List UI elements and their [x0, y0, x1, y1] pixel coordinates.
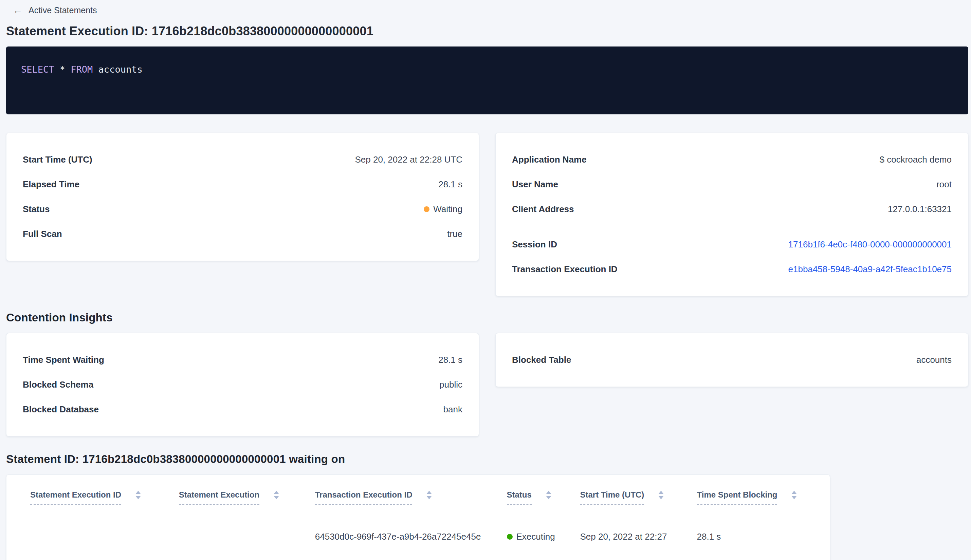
info-row-start-time: Start Time (UTC) Sep 20, 2022 at 22:28 U… — [23, 147, 462, 172]
info-value: 28.1 s — [438, 355, 462, 365]
info-label: Time Spent Waiting — [23, 355, 104, 365]
info-value: Sep 20, 2022 at 22:28 UTC — [355, 155, 462, 165]
column-header-statement-execution[interactable]: Statement Execution — [179, 490, 315, 505]
info-value: true — [447, 229, 462, 239]
sql-text: accounts — [93, 64, 142, 75]
info-value: accounts — [916, 355, 952, 365]
table-row: 64530d0c-969f-437e-a9b4-26a72245e45e Exe… — [15, 513, 821, 560]
sql-keyword: FROM — [71, 64, 93, 75]
info-row-elapsed-time: Elapsed Time 28.1 s — [23, 172, 462, 197]
info-row-time-spent-waiting: Time Spent Waiting 28.1 s — [23, 348, 462, 372]
sql-statement-box: SELECT * FROM accounts — [6, 47, 968, 114]
info-row-blocked-table: Blocked Table accounts — [512, 348, 952, 372]
info-label: Session ID — [512, 239, 557, 250]
status-text: Waiting — [433, 204, 462, 215]
sql-keyword: SELECT — [21, 64, 54, 75]
page-title: Statement Execution ID: 1716b218dc0b3838… — [6, 24, 968, 38]
back-link-label: Active Statements — [28, 5, 97, 15]
contention-insights-heading: Contention Insights — [6, 311, 968, 324]
contention-cards-row: Time Spent Waiting 28.1 s Blocked Schema… — [6, 333, 968, 437]
cell-transaction-execution-id: 64530d0c-969f-437e-a9b4-26a72245e45e — [315, 532, 507, 542]
arrow-left-icon: ← — [13, 6, 22, 15]
waiting-on-table-card: Statement Execution ID Statement Executi… — [6, 475, 830, 560]
info-label: Client Address — [512, 204, 574, 215]
column-header-label: Statement Execution ID — [30, 490, 121, 505]
sort-icon — [658, 491, 664, 499]
execution-details-card: Start Time (UTC) Sep 20, 2022 at 22:28 U… — [6, 133, 479, 261]
info-value: root — [936, 179, 952, 190]
info-value: $ cockroach demo — [880, 155, 952, 165]
info-row-application-name: Application Name $ cockroach demo — [512, 147, 952, 172]
info-row-client-address: Client Address 127.0.0.1:63321 — [512, 197, 952, 222]
statement-execution-details-page: ← Active Statements Statement Execution … — [0, 0, 971, 560]
info-label: Application Name — [512, 155, 587, 165]
column-header-start-time[interactable]: Start Time (UTC) — [580, 490, 697, 505]
session-details-card: Application Name $ cockroach demo User N… — [496, 133, 968, 296]
back-to-active-statements-link[interactable]: ← Active Statements — [13, 5, 97, 15]
sort-icon — [426, 491, 432, 499]
info-label: User Name — [512, 179, 558, 190]
column-header-label: Transaction Execution ID — [315, 490, 412, 505]
table-header-row: Statement Execution ID Statement Executi… — [15, 490, 821, 513]
info-row-user-name: User Name root — [512, 172, 952, 197]
transaction-execution-id-link[interactable]: e1bba458-5948-40a9-a42f-5feac1b10e75 — [788, 264, 952, 275]
info-row-status: Status Waiting — [23, 197, 462, 222]
column-header-transaction-execution-id[interactable]: Transaction Execution ID — [315, 490, 507, 505]
info-label: Blocked Schema — [23, 380, 93, 390]
column-header-time-spent-blocking[interactable]: Time Spent Blocking — [697, 490, 821, 505]
info-label: Full Scan — [23, 229, 62, 239]
sort-icon — [546, 491, 551, 499]
waiting-on-heading: Statement ID: 1716b218dc0b38380000000000… — [6, 453, 968, 466]
info-value: bank — [444, 404, 462, 415]
column-header-status[interactable]: Status — [507, 490, 580, 505]
column-header-label: Time Spent Blocking — [697, 490, 777, 505]
info-label: Transaction Execution ID — [512, 264, 617, 275]
info-label: Blocked Database — [23, 404, 99, 415]
sql-statement: SELECT * FROM accounts — [21, 64, 953, 75]
info-row-full-scan: Full Scan true — [23, 222, 462, 247]
info-value: 127.0.0.1:63321 — [888, 204, 952, 215]
status-dot-waiting-icon — [424, 207, 429, 212]
session-id-link[interactable]: 1716b1f6-4e0c-f480-0000-000000000001 — [788, 239, 952, 250]
sort-icon — [135, 491, 141, 499]
info-row-blocked-database: Blocked Database bank — [23, 397, 462, 422]
info-value: 28.1 s — [438, 179, 462, 190]
sql-text: * — [54, 64, 71, 75]
status-badge: Executing — [507, 532, 555, 542]
column-header-statement-execution-id[interactable]: Statement Execution ID — [15, 490, 179, 505]
info-label: Blocked Table — [512, 355, 571, 365]
status-text: Executing — [516, 532, 555, 542]
sort-icon — [791, 491, 797, 499]
info-value: public — [439, 380, 462, 390]
cell-time-spent-blocking: 28.1 s — [697, 532, 821, 542]
info-row-transaction-execution-id: Transaction Execution ID e1bba458-5948-4… — [512, 257, 952, 282]
column-header-label: Start Time (UTC) — [580, 490, 644, 505]
details-cards-row: Start Time (UTC) Sep 20, 2022 at 22:28 U… — [6, 133, 968, 296]
blocked-table-card: Blocked Table accounts — [496, 333, 968, 387]
info-label: Status — [23, 204, 50, 215]
info-label: Elapsed Time — [23, 179, 80, 190]
cell-start-time: Sep 20, 2022 at 22:27 — [580, 532, 697, 542]
info-row-blocked-schema: Blocked Schema public — [23, 372, 462, 397]
column-header-label: Status — [507, 490, 532, 505]
cell-status: Executing — [507, 532, 580, 542]
status-badge: Waiting — [424, 204, 462, 215]
info-label: Start Time (UTC) — [23, 155, 92, 165]
column-header-label: Statement Execution — [179, 490, 259, 505]
contention-details-card: Time Spent Waiting 28.1 s Blocked Schema… — [6, 333, 479, 437]
card-divider — [512, 227, 952, 227]
info-row-session-id: Session ID 1716b1f6-4e0c-f480-0000-00000… — [512, 232, 952, 257]
status-dot-executing-icon — [507, 534, 513, 540]
sort-icon — [274, 491, 279, 499]
